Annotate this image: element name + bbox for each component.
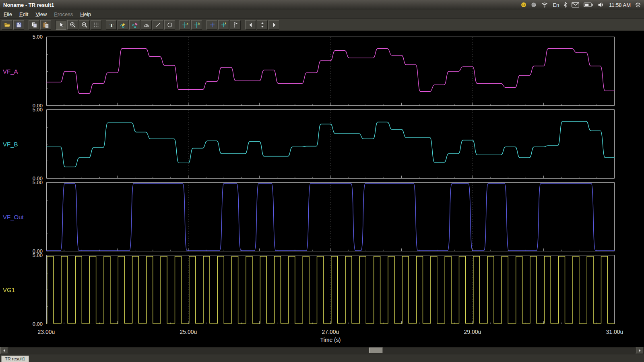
svg-text:T: T bbox=[109, 22, 113, 28]
network-globe-icon[interactable] bbox=[531, 2, 537, 8]
keyboard-layout-indicator[interactable]: En bbox=[553, 2, 559, 8]
select-cursor-icon bbox=[58, 22, 64, 28]
x-tick-label: 29.00u bbox=[464, 329, 481, 335]
toolbar-separator bbox=[242, 21, 244, 29]
session-gear-icon[interactable] bbox=[635, 2, 641, 8]
toolbar-separator bbox=[52, 21, 55, 29]
signal-label-vg1[interactable]: VG1 bbox=[3, 286, 15, 293]
paste-icon bbox=[43, 22, 49, 28]
menu-view[interactable]: View bbox=[32, 10, 50, 18]
y-max-label: 5.00 bbox=[33, 107, 43, 113]
add-left-cursor-icon bbox=[209, 22, 215, 28]
waveform-eraser-button[interactable] bbox=[129, 20, 140, 30]
mail-icon[interactable] bbox=[572, 2, 579, 8]
y-max-label: 5.00 bbox=[33, 179, 43, 185]
menubar: FileEditViewProcessHelp bbox=[0, 10, 644, 19]
waveform-canvas-vg1[interactable] bbox=[46, 255, 615, 324]
select-tool-button[interactable] bbox=[56, 20, 66, 30]
y-max-label: 5.00 bbox=[33, 34, 43, 40]
x-axis: 23.00u25.00u27.00u29.00u31.00u bbox=[46, 329, 615, 336]
bluetooth-icon[interactable] bbox=[564, 2, 567, 8]
paste-button[interactable] bbox=[40, 20, 51, 30]
waveform-canvas-vf-b[interactable] bbox=[46, 109, 615, 179]
waveform-eraser-icon bbox=[132, 22, 138, 28]
input-method-icon[interactable] bbox=[521, 2, 526, 8]
clock-indicator[interactable]: 11:58 AM bbox=[609, 2, 631, 8]
prev-page-button[interactable] bbox=[245, 20, 256, 30]
x-tick-label: 25.00u bbox=[180, 329, 197, 335]
cursor-b-button[interactable]: b bbox=[191, 20, 202, 30]
signal-label-vf-a[interactable]: VF_A bbox=[3, 68, 18, 75]
signal-label-vf-out[interactable]: VF_Out bbox=[3, 214, 24, 220]
volume-icon[interactable] bbox=[598, 2, 605, 8]
open-button[interactable] bbox=[2, 20, 12, 30]
waveform-canvas-vf-out[interactable] bbox=[46, 182, 615, 251]
system-tray: En11:58 AM bbox=[521, 2, 641, 8]
tab-tr-result1[interactable]: TR result1 bbox=[1, 356, 29, 362]
waveform-pencil-icon bbox=[120, 22, 126, 28]
circle-tool-button[interactable] bbox=[164, 20, 175, 30]
x-axis-title: Time (s) bbox=[46, 337, 615, 345]
waveform-pencil-button[interactable] bbox=[118, 20, 128, 30]
svg-text:a: a bbox=[186, 22, 188, 25]
zoom-out-button[interactable] bbox=[79, 20, 90, 30]
marker-button[interactable] bbox=[230, 20, 241, 30]
text-tool-icon: T bbox=[108, 22, 115, 28]
cursor-b-icon: b bbox=[194, 22, 200, 28]
titlebar[interactable]: Noname - TR result1 En11:58 AM bbox=[0, 0, 644, 10]
protractor-button[interactable] bbox=[141, 20, 152, 30]
x-tick-label: 31.00u bbox=[606, 329, 623, 335]
horizontal-scrollbar bbox=[0, 347, 644, 354]
grid-icon bbox=[93, 22, 99, 28]
menu-process[interactable]: Process bbox=[50, 10, 76, 18]
scrollbar-track[interactable] bbox=[8, 347, 636, 354]
panel-vf-out: VF_Out5.000.00 bbox=[0, 182, 644, 251]
axis-labels-vg1: VG15.000.00 bbox=[0, 255, 46, 324]
menu-edit[interactable]: Edit bbox=[16, 10, 32, 18]
folder-open-icon bbox=[4, 22, 10, 28]
axis-labels-vf-out: VF_Out5.000.00 bbox=[0, 182, 46, 251]
axis-labels-vf-a: VF_A5.000.00 bbox=[0, 37, 46, 106]
save-icon bbox=[16, 22, 22, 28]
scroll-right-button[interactable] bbox=[636, 347, 644, 354]
panel-vg1: VG15.000.00 bbox=[0, 255, 644, 324]
x-tick-label: 23.00u bbox=[38, 329, 55, 335]
prev-icon bbox=[248, 22, 254, 28]
menu-file[interactable]: File bbox=[0, 10, 16, 18]
protractor-icon bbox=[143, 22, 150, 28]
signal-label-vf-b[interactable]: VF_B bbox=[3, 141, 18, 148]
scroll-left-button[interactable] bbox=[0, 347, 8, 354]
plot-area: VF_A5.000.00VF_B5.000.00VF_Out5.000.00VG… bbox=[0, 31, 644, 347]
svg-text:b: b bbox=[198, 22, 200, 25]
spinner-icon bbox=[259, 22, 266, 28]
menu-help[interactable]: Help bbox=[76, 10, 95, 18]
cursor-a-button[interactable]: a bbox=[180, 20, 190, 30]
circle-tool-icon bbox=[167, 22, 173, 28]
line-tool-button[interactable] bbox=[153, 20, 163, 30]
y-min-label: 0.00 bbox=[33, 321, 43, 327]
tab-bar: TR result1 bbox=[0, 354, 644, 362]
zoom-in-button[interactable] bbox=[67, 20, 78, 30]
next-icon bbox=[271, 22, 277, 28]
panel-vf-a: VF_A5.000.00 bbox=[0, 37, 644, 106]
window-title: Noname - TR result1 bbox=[3, 2, 54, 8]
scrollbar-thumb[interactable] bbox=[369, 348, 383, 353]
add-left-cursor-button[interactable] bbox=[206, 20, 217, 30]
add-right-cursor-button[interactable] bbox=[218, 20, 229, 30]
x-tick-label: 27.00u bbox=[322, 329, 339, 335]
page-spinner[interactable] bbox=[257, 20, 268, 30]
line-tool-icon bbox=[155, 22, 161, 28]
application-window: Noname - TR result1 En11:58 AM FileEditV… bbox=[0, 0, 644, 362]
text-tool-button[interactable]: T bbox=[106, 20, 117, 30]
save-button[interactable] bbox=[13, 20, 24, 30]
next-page-button[interactable] bbox=[268, 20, 279, 30]
copy-button[interactable] bbox=[29, 20, 39, 30]
cursor-a-icon: a bbox=[182, 22, 188, 28]
grid-button[interactable] bbox=[91, 20, 101, 30]
wifi-icon[interactable] bbox=[541, 2, 548, 8]
add-right-cursor-icon bbox=[221, 22, 227, 28]
battery-icon[interactable] bbox=[584, 2, 593, 8]
y-max-label: 5.00 bbox=[33, 252, 43, 258]
waveform-canvas-vf-a[interactable] bbox=[46, 37, 615, 106]
toolbar: Tab bbox=[0, 19, 644, 31]
